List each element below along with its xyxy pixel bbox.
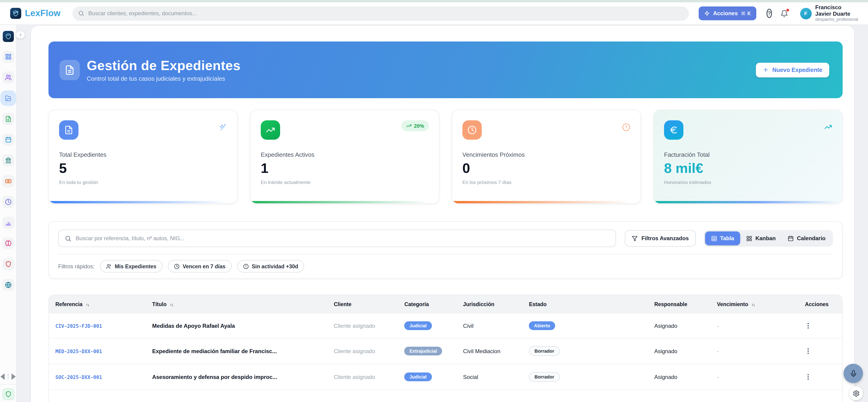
stat-accent-bar [49,201,237,203]
sort-icon[interactable]: ↑↓ [170,302,173,307]
cell-responsable: Asignado [648,364,711,390]
column-header-acciones: Acciones [799,295,842,313]
security-status-button[interactable] [2,388,14,400]
global-search-input[interactable]: Buscar clientes, expedientes, documentos… [73,6,689,21]
page-title: Gestión de Expedientes [87,58,241,73]
filter-icon [632,235,638,241]
document-icon [60,60,80,80]
page-header-banner: Gestión de Expedientes Control total de … [49,41,843,98]
cell-categoria: Extrajudicial [398,338,457,364]
notifications-button[interactable] [780,9,788,17]
stat-card-vencimientos: Vencimientos Próximos 0 En los próximos … [452,110,641,204]
actions-button[interactable]: Acciones ⌘ K [699,6,756,20]
view-tab-tabla[interactable]: Tabla [705,231,740,245]
stats-row: Total Expedientes 5 En toda tu gestión [49,110,843,204]
help-icon[interactable]: ? [767,9,772,18]
cell-titulo: Expediente de mediación familiar de Fran… [146,338,327,364]
view-tab-kanban[interactable]: Kanban [740,231,782,245]
main-content: Gestión de Expedientes Control total de … [31,26,854,402]
column-label: Referencia [55,302,83,307]
user-menu[interactable]: Francisco Javier Duarte despacho_profesi… [815,4,858,22]
advanced-filters-label: Filtros Avanzados [642,235,689,241]
sort-icon[interactable]: ↑↓ [751,302,755,307]
stat-value: 0 [462,161,630,175]
sidebar-item-billing[interactable] [2,175,14,187]
cell-responsable: Asignado [648,313,711,338]
next-icon[interactable] [11,373,16,380]
settings-fab[interactable] [849,386,863,400]
new-expediente-button[interactable]: Nuevo Expediente [756,63,829,77]
history-pager [0,370,16,384]
sort-icon[interactable]: ↑↓ [86,302,89,307]
column-header-vencimiento[interactable]: Vencimiento↑↓ [710,295,799,313]
row-actions-menu-button[interactable]: ⋮ [805,347,811,354]
user-org: despacho_profesional [815,17,858,22]
column-label: Cliente [334,302,352,307]
sidebar-item-calendar[interactable] [2,134,14,146]
microphone-fab[interactable] [843,364,863,383]
row-actions-menu-button[interactable]: ⋮ [805,373,811,380]
quick-filter-vencen-7-dias[interactable]: Vencen en 7 días [168,260,231,272]
growth-badge: 20% [401,120,429,131]
search-icon [78,10,85,16]
trending-up-icon [824,123,832,131]
cell-cliente: Cliente asignado [328,338,398,364]
expedientes-search-input[interactable]: Buscar por referencia, título, nº autos,… [58,230,616,247]
sparkles-icon [219,123,227,131]
stat-label: Facturación Total [664,151,832,158]
view-tab-label: Tabla [720,235,734,241]
categoria-badge: Judicial [404,321,432,330]
estado-badge: Abierto [529,321,555,330]
brand-logo[interactable] [10,8,21,19]
quick-filter-label: Vencen en 7 días [183,264,225,269]
avatar[interactable]: F [800,8,811,19]
table-row[interactable]: CIV-2025-FJD-001Medidas de Apoyo Rafael … [49,313,842,338]
cell-responsable: Asignado [648,338,711,364]
topbar: LexFlow Buscar clientes, expedientes, do… [0,2,868,25]
sidebar-item-courts[interactable] [2,155,14,166]
cell-categoria: Judicial [398,313,457,338]
column-header-titulo[interactable]: Título↑↓ [146,295,327,313]
case-reference-link[interactable]: CIV-2025-FJD-001 [55,323,102,329]
sidebar-item-documents[interactable] [2,113,14,125]
quick-filter-sin-actividad[interactable]: Sin actividad +30d [237,260,304,272]
table-row[interactable]: MED-2025-DXX-001Expediente de mediación … [49,338,842,364]
sidebar-item-analytics[interactable] [2,217,14,229]
view-tab-calendario[interactable]: Calendario [782,231,832,245]
cell-categoria: Judicial [398,364,457,390]
column-header-estado: Estado [522,295,648,313]
actions-label: Acciones [713,10,738,16]
sidebar-item-dashboard[interactable] [2,51,14,63]
sidebar-item-time-tracking[interactable] [2,196,14,208]
case-reference-link[interactable]: SOC-2025-DXX-001 [55,374,102,380]
cell-jurisdiccion: Civil Mediacion [457,338,522,364]
table-row[interactable]: SOC-2025-DXX-001Asesoramiento y defensa … [49,364,842,390]
stat-card-facturacion: Facturación Total 8 mil€ Honorarios esti… [653,110,843,204]
clock-icon [462,120,482,140]
sidebar-item-security[interactable] [2,258,14,270]
user-name: Francisco Javier Duarte [815,4,858,17]
advanced-filters-button[interactable]: Filtros Avanzados [625,230,695,247]
cell-estado: Borrador [522,338,648,364]
cell-referencia: CIV-2025-FJD-001 [49,313,146,338]
sidebar-logo[interactable] [3,31,13,42]
file-text-icon [5,116,11,122]
quick-filter-mis-expedientes[interactable]: Mis Expedientes [100,260,162,272]
column-label: Jurisdicción [463,302,494,307]
case-reference-link[interactable]: MED-2025-DXX-001 [55,348,102,354]
sidebar-expand-button[interactable] [16,31,25,39]
clock-icon [5,199,11,205]
sidebar-item-ai-assistant[interactable] [2,237,14,249]
expedientes-search-placeholder: Buscar por referencia, título, nº autos,… [76,235,185,241]
banknote-icon [5,178,11,185]
column-label: Título [152,302,166,307]
column-header-referencia[interactable]: Referencia↑↓ [49,295,146,313]
row-actions-menu-button[interactable]: ⋮ [805,322,811,329]
window-top-strip [0,0,868,2]
sidebar-item-clients[interactable] [2,71,14,83]
prev-icon[interactable] [0,373,5,380]
document-icon [59,120,79,140]
sidebar-item-expedientes[interactable] [2,92,14,104]
sidebar-item-portal[interactable] [2,279,14,291]
stat-accent-bar [654,201,842,203]
